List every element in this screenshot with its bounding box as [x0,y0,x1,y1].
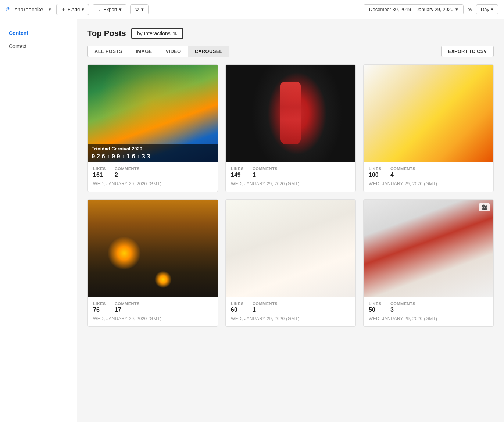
likes-group-3: LIKES 100 [369,167,382,178]
add-icon: ＋ [61,6,66,13]
post-meta-3: LIKES 100 COMMENTS 4 WED, JANUARY 29, 20… [364,162,493,192]
hashtag-dropdown-button[interactable]: ▾ [47,6,53,13]
comments-label-1: COMMENTS [115,167,140,171]
filter-tab-carousel[interactable]: CAROUSEL [188,46,229,57]
likes-value-4: 76 [93,307,106,313]
post-meta-4: LIKES 76 COMMENTS 17 WED, JANUARY 29, 20… [88,297,218,326]
post-meta-2: LIKES 149 COMMENTS 1 WED, JANUARY 29, 20… [226,162,355,192]
post-card-5[interactable]: LIKES 60 COMMENTS 1 WED, JANUARY 29, 202… [225,199,356,327]
filter-tab-all-posts[interactable]: ALL POSTS [87,46,129,57]
likes-group-5: LIKES 60 [231,301,244,313]
likes-value-5: 60 [231,307,244,313]
video-icon-6: 🎥 [479,203,490,211]
export-button[interactable]: ⇓ Export ▾ [93,4,126,14]
likes-label-5: LIKES [231,301,244,306]
main-content: Top Posts by Interactions ⇅ ALL POSTS IM… [77,19,504,422]
export-icon: ⇓ [97,7,101,12]
comments-label-2: COMMENTS [253,167,278,171]
post-stats-1: LIKES 161 COMMENTS 2 [93,167,212,178]
day-label: Day [481,7,489,12]
settings-button[interactable]: ⚙ ▾ [130,4,149,14]
post-card-3[interactable]: LIKES 100 COMMENTS 4 WED, JANUARY 29, 20… [363,64,494,192]
comments-value-6: 3 [390,307,415,313]
by-interactions-dropdown[interactable]: by Interactions ⇅ [131,28,183,39]
likes-value-3: 100 [369,172,382,178]
hash-symbol: # [6,6,10,13]
post-image-placeholder-5 [226,200,355,297]
post-stats-2: LIKES 149 COMMENTS 1 [231,167,350,178]
post-image-placeholder-4 [88,200,218,297]
likes-label-6: LIKES [369,301,382,306]
sidebar: Content Context [0,19,77,422]
add-button[interactable]: ＋ + Add ▾ [56,4,89,15]
post-image-2 [226,65,355,162]
sidebar-item-context[interactable]: Context [0,40,77,53]
post-image-1: Trinidad Carnival 2020 026: 00: 16: 33 [88,65,218,162]
sidebar-item-context-label: Context [9,43,26,49]
comments-label-3: COMMENTS [390,167,415,171]
post-image-3 [364,65,493,162]
post-stats-5: LIKES 60 COMMENTS 1 [231,301,350,313]
likes-group-4: LIKES 76 [93,301,106,313]
likes-group-2: LIKES 149 [231,167,244,178]
post-image-6: 🎥 [364,200,493,297]
post-stats-4: LIKES 76 COMMENTS 17 [93,301,212,313]
likes-label-2: LIKES [231,167,244,171]
overlay-countdown-1: 026: 00: 16: 33 [92,153,214,160]
post-date-1: WED, JANUARY 29, 2020 (GMT) [93,181,212,186]
post-image-5 [226,200,355,297]
date-range-label: December 30, 2019 – January 29, 2020 [369,7,453,12]
comments-group-2: COMMENTS 1 [253,167,278,178]
main-layout: Content Context Top Posts by Interaction… [0,19,504,422]
likes-value-2: 149 [231,172,244,178]
overlay-title-1: Trinidad Carnival 2020 [92,146,214,151]
post-meta-5: LIKES 60 COMMENTS 1 WED, JANUARY 29, 202… [226,297,355,326]
comments-value-4: 17 [115,307,140,313]
settings-chevron-icon: ▾ [141,7,144,12]
filter-tab-image[interactable]: IMAGE [129,46,158,57]
likes-label-1: LIKES [93,167,106,171]
sidebar-item-content[interactable]: Content [0,26,77,40]
top-posts-title: Top Posts [87,29,126,38]
export-csv-button[interactable]: EXPORT TO CSV [441,46,494,57]
day-dropdown-button[interactable]: Day ▾ [476,4,498,14]
video-camera-icon: 🎥 [481,204,487,210]
comments-group-1: COMMENTS 2 [115,167,140,178]
post-card-1[interactable]: Trinidad Carnival 2020 026: 00: 16: 33 L… [87,64,218,192]
likes-group-6: LIKES 50 [369,301,382,313]
likes-group-1: LIKES 161 [93,167,106,178]
post-date-6: WED, JANUARY 29, 2020 (GMT) [369,316,488,321]
by-interactions-chevron-icon: ⇅ [173,31,177,36]
date-chevron-icon: ▾ [455,7,458,12]
posts-grid: Trinidad Carnival 2020 026: 00: 16: 33 L… [87,64,494,327]
likes-value-6: 50 [369,307,382,313]
comments-value-3: 4 [390,172,415,178]
post-stats-3: LIKES 100 COMMENTS 4 [369,167,488,178]
post-date-3: WED, JANUARY 29, 2020 (GMT) [369,181,488,186]
post-card-6[interactable]: 🎥 LIKES 50 COMMENTS 3 WED, JAN [363,199,494,327]
by-interactions-label: by Interactions [137,31,171,36]
likes-label-4: LIKES [93,301,106,306]
comments-label-5: COMMENTS [253,301,278,306]
likes-value-1: 161 [93,172,106,178]
post-image-4 [88,200,218,297]
by-label: by [467,7,472,12]
hashtag-label: shareacoke [15,6,43,12]
filter-tab-video[interactable]: VIDEO [159,46,188,57]
likes-label-3: LIKES [369,167,382,171]
post-card-2[interactable]: LIKES 149 COMMENTS 1 WED, JANUARY 29, 20… [225,64,356,192]
comments-group-3: COMMENTS 4 [390,167,415,178]
post-meta-1: LIKES 161 COMMENTS 2 WED, JANUARY 29, 20… [88,162,218,192]
comments-value-5: 1 [253,307,278,313]
post-date-5: WED, JANUARY 29, 2020 (GMT) [231,316,350,321]
sidebar-item-content-label: Content [9,30,28,36]
gear-icon: ⚙ [135,7,139,12]
comments-value-1: 2 [115,172,140,178]
comments-group-6: COMMENTS 3 [390,301,415,313]
post-meta-6: LIKES 50 COMMENTS 3 WED, JANUARY 29, 202… [364,297,493,326]
post-card-4[interactable]: LIKES 76 COMMENTS 17 WED, JANUARY 29, 20… [87,199,218,327]
comments-value-2: 1 [253,172,278,178]
date-range-button[interactable]: December 30, 2019 – January 29, 2020 ▾ [364,4,464,14]
top-navigation: # shareacoke ▾ ＋ + Add ▾ ⇓ Export ▾ ⚙ ▾ … [0,0,504,19]
post-image-placeholder-6 [364,200,493,297]
